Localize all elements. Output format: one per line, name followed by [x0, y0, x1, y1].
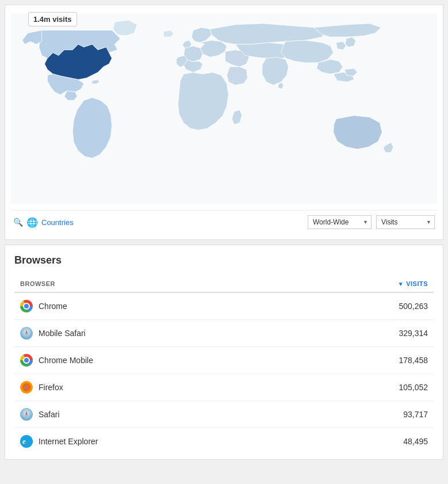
chrome-icon — [20, 354, 33, 367]
metric-select-wrapper[interactable]: Visits Pageviews Bounce Rate — [376, 215, 435, 229]
svg-point-13 — [25, 359, 28, 362]
browser-name: Safari — [39, 410, 60, 419]
ie-icon: e — [20, 435, 33, 448]
metric-select[interactable]: Visits Pageviews Bounce Rate — [376, 215, 435, 229]
table-row: e Internet Explorer 48,495 — [14, 428, 434, 455]
visits-cell: 500,263 — [301, 292, 434, 320]
table-row: Mobile Safari 329,314 — [14, 320, 434, 347]
chrome-icon — [20, 300, 33, 312]
safari-icon — [20, 327, 33, 340]
visits-cell: 329,314 — [301, 320, 434, 347]
visits-cell: 178,458 — [301, 347, 434, 374]
browser-name: Chrome — [39, 302, 67, 311]
map-footer-left: 🔍 🌐 Countries — [13, 217, 74, 228]
table-row: Firefox 105,052 — [14, 374, 434, 401]
browsers-table: BROWSER ▼ VISITS — [14, 276, 434, 455]
browser-name: Firefox — [39, 383, 63, 392]
browser-name-cell: Safari — [14, 401, 301, 428]
svg-point-12 — [25, 359, 29, 363]
visits-column-header[interactable]: ▼ VISITS — [301, 276, 434, 292]
map-card: 1.4m visits — [5, 5, 443, 240]
svg-text:e: e — [22, 437, 26, 445]
map-footer: 🔍 🌐 Countries World-Wide North America E… — [11, 210, 437, 234]
svg-point-4 — [25, 305, 28, 308]
sort-arrow-icon: ▼ — [398, 281, 404, 287]
browser-name-cell: Mobile Safari — [14, 320, 301, 347]
world-map-svg — [11, 11, 437, 207]
browsers-section: Browsers BROWSER ▼ VISITS — [5, 245, 443, 459]
browser-column-header[interactable]: BROWSER — [14, 276, 301, 292]
visits-cell: 93,717 — [301, 401, 434, 428]
browser-name-cell: Chrome Mobile — [14, 347, 301, 374]
table-header-row: BROWSER ▼ VISITS — [14, 276, 434, 292]
table-row: Safari 93,717 — [14, 401, 434, 428]
firefox-icon — [20, 381, 33, 394]
world-map — [11, 11, 437, 207]
region-select-wrapper[interactable]: World-Wide North America Europe Asia Sou… — [308, 215, 372, 229]
browser-name-cell: Firefox — [14, 374, 301, 401]
svg-point-3 — [25, 304, 29, 308]
browsers-title: Browsers — [14, 254, 434, 266]
map-section: 1.4m visits — [5, 5, 443, 239]
svg-point-11 — [24, 358, 29, 363]
globe-icon: 🌐 — [26, 217, 38, 228]
browsers-card: Browsers BROWSER ▼ VISITS — [5, 245, 443, 460]
browser-name: Mobile Safari — [39, 329, 86, 338]
safari-icon — [20, 408, 33, 421]
svg-point-2 — [24, 304, 29, 309]
browser-name: Internet Explorer — [39, 437, 98, 446]
zoom-icon[interactable]: 🔍 — [13, 218, 23, 227]
visits-cell: 48,495 — [301, 428, 434, 455]
browser-name: Chrome Mobile — [39, 356, 93, 365]
browser-name-cell: e Internet Explorer — [14, 428, 301, 455]
table-row: Chrome Mobile 178,458 — [14, 347, 434, 374]
visits-cell: 105,052 — [301, 374, 434, 401]
countries-link[interactable]: Countries — [41, 218, 74, 227]
browser-name-cell: Chrome — [14, 292, 301, 320]
table-row: Chrome 500,263 — [14, 292, 434, 320]
region-select[interactable]: World-Wide North America Europe Asia Sou… — [308, 215, 372, 229]
map-dropdowns: World-Wide North America Europe Asia Sou… — [308, 215, 435, 229]
